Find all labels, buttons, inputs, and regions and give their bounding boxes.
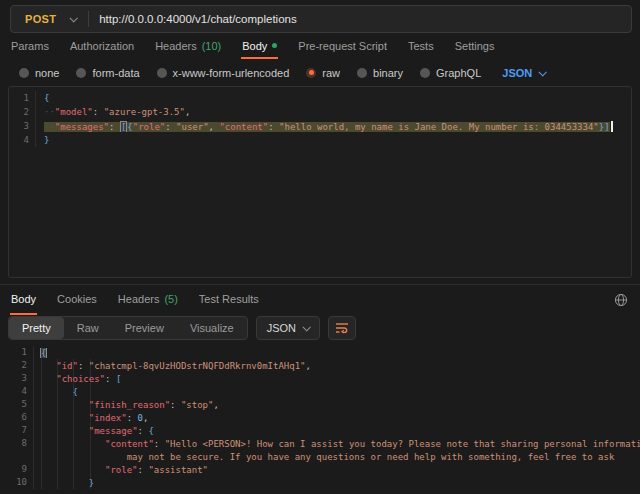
body-type-label: none xyxy=(35,67,59,79)
chevron-down-icon xyxy=(303,323,311,331)
request-url-bar: POST xyxy=(10,5,632,33)
radio-icon xyxy=(19,68,29,78)
tab-label: Params xyxy=(11,40,49,52)
tab-label: Cookies xyxy=(57,293,97,305)
response-language-select[interactable]: JSON xyxy=(256,316,320,340)
tab-settings[interactable]: Settings xyxy=(454,34,496,59)
code-text: "content": "Hello <PERSON>! How can I as… xyxy=(34,439,640,449)
view-raw[interactable]: Raw xyxy=(64,317,112,339)
line-number: 5 xyxy=(8,398,34,411)
body-type-label: GraphQL xyxy=(436,67,481,79)
line-number: 9 xyxy=(8,463,34,476)
chevron-down-icon xyxy=(539,68,547,76)
tab-label: Body xyxy=(242,40,267,52)
tab-authorization[interactable]: Authorization xyxy=(69,34,135,59)
code-text: "role": "assistant" xyxy=(34,465,640,475)
line-number: 8 xyxy=(8,437,34,450)
line-number xyxy=(8,450,34,463)
code-text: "finish_reason": "stop", xyxy=(34,400,640,410)
line-number: 1 xyxy=(9,91,36,105)
response-tab-test-results[interactable]: Test Results xyxy=(198,285,260,315)
tab-count: (10) xyxy=(202,40,222,52)
tab-tests[interactable]: Tests xyxy=(407,34,435,59)
wrap-text-button[interactable] xyxy=(328,316,356,340)
body-type-graphql[interactable]: GraphQL xyxy=(420,67,481,79)
tab-headers[interactable]: Headers(10) xyxy=(154,34,222,59)
code-text: { xyxy=(36,93,631,103)
response-tab-cookies[interactable]: Cookies xyxy=(56,285,98,315)
modified-dot-icon xyxy=(272,43,277,48)
line-number: 3 xyxy=(8,372,34,385)
network-globe-icon[interactable] xyxy=(614,293,628,307)
chevron-down-icon xyxy=(70,14,78,22)
request-language-select[interactable]: JSON xyxy=(502,67,545,79)
body-type-form-data[interactable]: form-data xyxy=(76,67,139,79)
body-type-row: noneform-datax-www-form-urlencodedrawbin… xyxy=(0,59,640,86)
line-number: 2 xyxy=(8,359,34,372)
code-line: 6 "index": 0, xyxy=(8,411,640,424)
radio-icon xyxy=(157,68,167,78)
code-line: 4 { xyxy=(8,385,640,398)
wrap-text-icon xyxy=(335,322,349,334)
tab-label: Tests xyxy=(408,40,434,52)
postman-window: POST ParamsAuthorizationHeaders(10)BodyP… xyxy=(0,0,640,494)
response-tab-headers[interactable]: Headers(5) xyxy=(117,285,179,315)
code-text: may not be secure. If you have any quest… xyxy=(34,452,640,462)
code-line: 7 "message": { xyxy=(8,424,640,437)
tab-params[interactable]: Params xyxy=(10,34,50,59)
code-text: "id": "chatcmpl-8qvUzHODstrNQFDdRkrnv0mI… xyxy=(34,361,640,371)
body-type-label: form-data xyxy=(92,67,139,79)
text-selection: ··"messages": [{"role": "user", "content… xyxy=(44,122,610,132)
body-type-binary[interactable]: binary xyxy=(357,67,403,79)
radio-icon xyxy=(357,68,367,78)
code-line: 3··"messages": [{"role": "user", "conten… xyxy=(9,119,631,133)
request-body-editor[interactable]: 1{2··"model": "azure-gpt-3.5",3··"messag… xyxy=(8,86,632,278)
code-text: "choices": [ xyxy=(34,374,640,384)
response-view-switch: PrettyRawPreviewVisualize xyxy=(8,316,248,340)
code-text: "message": { xyxy=(34,426,640,436)
tab-label: Body xyxy=(11,293,36,305)
method-label: POST xyxy=(25,13,56,25)
code-line: 1{ xyxy=(8,346,640,359)
line-number: 4 xyxy=(8,385,34,398)
body-type-none[interactable]: none xyxy=(19,67,59,79)
line-number: 2 xyxy=(9,105,36,119)
code-line: 5 "finish_reason": "stop", xyxy=(8,398,640,411)
tab-label: Pre-request Script xyxy=(298,40,387,52)
code-line: 2 "id": "chatcmpl-8qvUzHODstrNQFDdRkrnv0… xyxy=(8,359,640,372)
response-tab-body[interactable]: Body xyxy=(10,285,37,315)
line-number: 6 xyxy=(8,411,34,424)
body-type-raw[interactable]: raw xyxy=(306,67,340,79)
response-view-toolbar: PrettyRawPreviewVisualize JSON xyxy=(8,316,640,340)
method-select[interactable]: POST xyxy=(11,6,88,32)
line-number: 1 xyxy=(8,346,34,359)
code-line: may not be secure. If you have any quest… xyxy=(8,450,640,463)
tab-label: Test Results xyxy=(199,293,259,305)
code-text: { xyxy=(34,348,640,358)
code-text: ··"model": "azure-gpt-3.5", xyxy=(36,107,631,117)
body-type-label: binary xyxy=(373,67,403,79)
code-line: 2··"model": "azure-gpt-3.5", xyxy=(9,105,631,119)
code-text: } xyxy=(34,478,640,488)
code-text: { xyxy=(34,387,640,397)
code-line: 1{ xyxy=(9,91,631,105)
tab-label: Settings xyxy=(455,40,495,52)
line-number: 7 xyxy=(8,424,34,437)
body-type-label: raw xyxy=(322,67,340,79)
tab-pre-request-script[interactable]: Pre-request Script xyxy=(297,34,388,59)
view-pretty[interactable]: Pretty xyxy=(9,317,64,339)
url-input[interactable] xyxy=(89,13,631,25)
tab-body[interactable]: Body xyxy=(241,34,278,59)
radio-selected-icon xyxy=(306,68,316,78)
view-visualize[interactable]: Visualize xyxy=(177,317,247,339)
tab-label: Headers xyxy=(118,293,160,305)
tab-label: Headers xyxy=(155,40,197,52)
code-line: 3 "choices": [ xyxy=(8,372,640,385)
response-body-editor[interactable]: 1{2 "id": "chatcmpl-8qvUzHODstrNQFDdRkrn… xyxy=(0,343,640,489)
radio-icon xyxy=(76,68,86,78)
view-preview[interactable]: Preview xyxy=(112,317,177,339)
text-cursor xyxy=(611,121,613,132)
response-language-label: JSON xyxy=(267,322,296,334)
body-type-x-www-form-urlencoded[interactable]: x-www-form-urlencoded xyxy=(157,67,290,79)
line-number: 10 xyxy=(8,476,34,489)
